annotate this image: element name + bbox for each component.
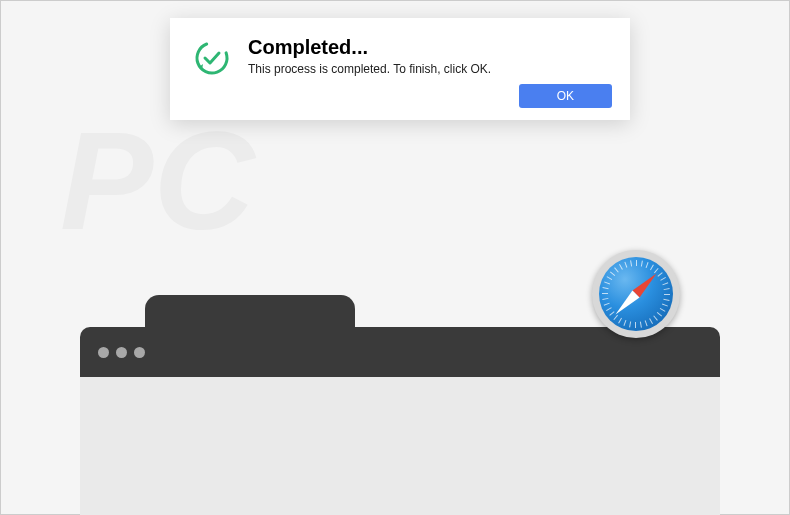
traffic-light-minimize-icon: [116, 347, 127, 358]
completed-dialog: Completed... This process is completed. …: [170, 18, 630, 120]
checkmark-circle-icon: [194, 40, 230, 80]
ok-button[interactable]: OK: [519, 84, 612, 108]
svg-point-0: [194, 40, 230, 76]
watermark-line-1: PC: [60, 100, 254, 262]
dialog-title: Completed...: [248, 36, 610, 59]
dialog-content: Completed... This process is completed. …: [248, 36, 610, 76]
dialog-message: This process is completed. To finish, cl…: [248, 62, 610, 76]
safari-icon: [592, 250, 680, 338]
browser-content-area: [80, 377, 720, 515]
traffic-light-close-icon: [98, 347, 109, 358]
traffic-light-maximize-icon: [134, 347, 145, 358]
browser-tab: [145, 295, 355, 330]
